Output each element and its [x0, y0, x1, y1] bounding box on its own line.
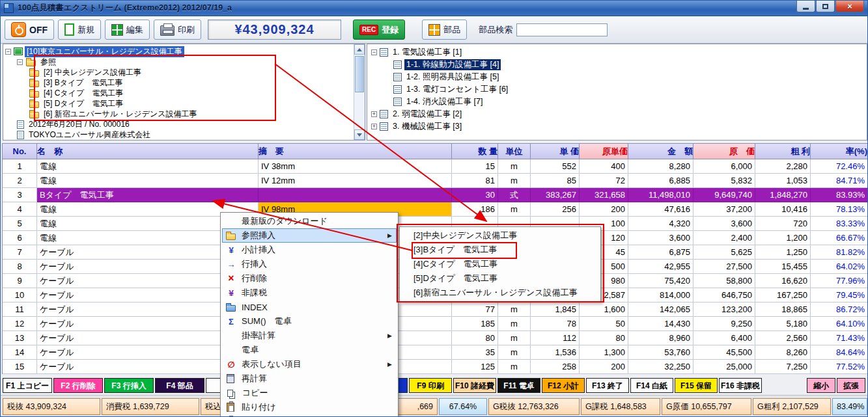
expand-toggle[interactable]: +: [371, 124, 377, 129]
tree-item[interactable]: 1-4. 消火設備工事 [7]: [367, 96, 867, 108]
tree-item[interactable]: [5] Dタイプ 電気工事: [3, 98, 365, 109]
table-row[interactable]: 1電線IV 38mm15m5524008,2806,0002,28072.46%: [3, 159, 867, 174]
submenu-item[interactable]: [3]Bタイプ 電気工事: [401, 243, 599, 257]
tree-item[interactable]: 1-1. 幹線動力設備工事 [4]: [367, 59, 867, 71]
table-row[interactable]: 12ケーブル185m785014,4309,2505,18064.10%: [3, 317, 867, 331]
submenu-item[interactable]: [4]Cタイプ 電気工事: [401, 257, 599, 271]
toolbar: OFF 新規 編集 印刷 ¥43,909,324 REC 登録 部品 部品検索: [1, 16, 867, 44]
tree-item[interactable]: TOKYOユニバーサル興産株式会社: [3, 129, 365, 140]
tree-item[interactable]: [2] 中央レジデンス設備工事: [3, 67, 365, 77]
cell: 77.52%: [811, 360, 868, 374]
menu-item[interactable]: [222, 414, 397, 417]
cell: 200: [580, 202, 628, 217]
menu-item[interactable]: →行挿入: [222, 257, 397, 271]
fkey-button[interactable]: F4 部品: [155, 378, 204, 393]
scrollbar-track[interactable]: [354, 55, 365, 129]
submenu-item[interactable]: [5]Dタイプ 電気工事: [401, 271, 599, 286]
tree-item[interactable]: [3] Bタイプ 電気工事: [3, 77, 365, 88]
menu-item[interactable]: 掛率計算▶: [222, 329, 397, 343]
table-row[interactable]: 14ケーブル35m1,5361,30053,76045,5008,26084.6…: [3, 345, 867, 360]
scroll-up-button[interactable]: [354, 44, 365, 55]
tree-item[interactable]: 2012年6月20日 / No. 000016: [3, 119, 365, 129]
table-row[interactable]: 2電線IV 12mm81m85726,8855,8321,05384.71%: [3, 174, 867, 188]
fkey-button[interactable]: F1 上コピー: [3, 378, 52, 393]
menu-item[interactable]: 参照挿入▶: [222, 228, 397, 243]
parts-button[interactable]: 部品: [422, 20, 467, 40]
fkey-button[interactable]: 拡張: [837, 378, 865, 393]
expand-toggle[interactable]: +: [371, 111, 377, 117]
close-button[interactable]: ×: [835, 1, 864, 12]
print-button[interactable]: 印刷: [154, 20, 201, 40]
new-button[interactable]: 新規: [58, 20, 101, 40]
title-bar[interactable]: 100点見積書エクストリーム (Extreme2012) 2012/07/19_…: [1, 1, 867, 16]
submenu-arrow-icon: ▶: [387, 361, 394, 368]
register-button[interactable]: REC 登録: [353, 20, 405, 40]
parts-search-input[interactable]: [516, 23, 608, 36]
scroll-down-button[interactable]: [354, 129, 365, 140]
cell: 15,455: [755, 260, 811, 274]
menu-item[interactable]: ×行削除: [222, 271, 397, 286]
menu-item[interactable]: ΣSUM() 電卓: [222, 314, 397, 329]
submenu-item[interactable]: [2]中央レジデンス設備工事: [401, 228, 599, 243]
submenu-arrow-icon: ▶: [387, 332, 394, 339]
cell: IV 12mm: [259, 174, 452, 188]
minimize-icon: [803, 8, 809, 10]
menu-item[interactable]: 貼り付け: [222, 400, 397, 414]
menu-item[interactable]: 最新版のダウンロード: [222, 214, 397, 228]
folder-icon: [29, 101, 39, 108]
table-row[interactable]: 11ケーブル77m1,8451,600142,065123,20018,8658…: [3, 303, 867, 317]
tree-item[interactable]: 1-2. 照明器具設備工事 [5]: [367, 71, 867, 83]
fkey-button[interactable]: F9 印刷: [409, 378, 452, 393]
printer-icon: [160, 25, 175, 36]
collapse-toggle[interactable]: −: [5, 49, 11, 55]
fkey-button[interactable]: F10 諸経費: [453, 378, 496, 393]
fkey-button[interactable]: F15 保留: [675, 378, 718, 393]
fkey-button[interactable]: F14 白紙: [630, 378, 673, 393]
minimize-button[interactable]: [796, 1, 815, 12]
cell: 720: [755, 217, 811, 231]
off-button[interactable]: OFF: [5, 20, 54, 40]
tree-ref-folder[interactable]: − 参照: [3, 57, 365, 67]
fkey-button[interactable]: F16 非課税: [719, 378, 762, 393]
submenu-item[interactable]: [6]新宿ユニバーサル・レジデンス設備工事: [401, 286, 599, 300]
document-icon: [393, 85, 402, 94]
cell: 1,600: [580, 303, 628, 317]
expand-toggle[interactable]: −: [371, 49, 377, 55]
menu-item[interactable]: INDEX: [222, 300, 397, 314]
table-row[interactable]: 15ケーブル125m25820032,25025,0007,25077.52%: [3, 360, 867, 374]
menu-item[interactable]: コピー: [222, 386, 397, 400]
tree-item[interactable]: +2. 弱電設備工事 [2]: [367, 108, 867, 120]
fkey-button[interactable]: F12 小計: [542, 378, 585, 393]
collapse-toggle[interactable]: −: [17, 59, 23, 65]
submenu-arrow-icon: ▶: [387, 232, 394, 239]
fkey-button[interactable]: F3 行挿入: [104, 378, 154, 393]
menu-item[interactable]: 再計算: [222, 371, 397, 386]
cell: 72: [580, 174, 628, 188]
table-row[interactable]: 13ケーブル80m112808,9606,4002,56071.43%: [3, 331, 867, 345]
table-row[interactable]: 3Bタイプ 電気工事30式383,267321,65811,498,0109,6…: [3, 188, 867, 202]
fkey-button[interactable]: F13 終了: [586, 378, 629, 393]
tree-item[interactable]: +3. 機械設備工事 [3]: [367, 120, 867, 133]
tree-item[interactable]: [4] Cタイプ 電気工事: [3, 88, 365, 98]
scrollbar-thumb[interactable]: [355, 56, 364, 92]
cell: 79.45%: [811, 288, 868, 303]
folder-icon: [29, 70, 39, 77]
menu-item[interactable]: ¥小計挿入: [222, 243, 397, 257]
cell: 32,250: [628, 360, 693, 374]
tree-item[interactable]: 1-3. 電灯コンセント工事 [6]: [367, 83, 867, 96]
tree-item[interactable]: [6] 新宿ユニバーサル・レジデンス設備工事: [3, 109, 365, 119]
menu-item[interactable]: ¥非課税: [222, 286, 397, 300]
table-row[interactable]: 4電線IV 98mm186m25620047,61637,20010,41678…: [3, 202, 867, 217]
fkey-button[interactable]: 縮小: [807, 378, 835, 393]
tree-item[interactable]: −1. 電気設備工事 [1]: [367, 46, 867, 59]
cell: IV 38mm: [259, 159, 452, 174]
tree-scrollbar[interactable]: [354, 44, 365, 140]
tree-root-item[interactable]: − [10]東京ユニバーサル・レジデンス設備工事: [3, 46, 365, 57]
menu-item[interactable]: 電卓: [222, 343, 397, 357]
maximize-button[interactable]: [816, 1, 835, 12]
fkey-button[interactable]: F11 電卓: [497, 378, 540, 393]
sigma-icon: Σ: [225, 317, 237, 327]
edit-button[interactable]: 編集: [105, 20, 150, 40]
fkey-button[interactable]: F2 行削除: [53, 378, 103, 393]
menu-item[interactable]: ∅表示しない項目▶: [222, 357, 397, 371]
